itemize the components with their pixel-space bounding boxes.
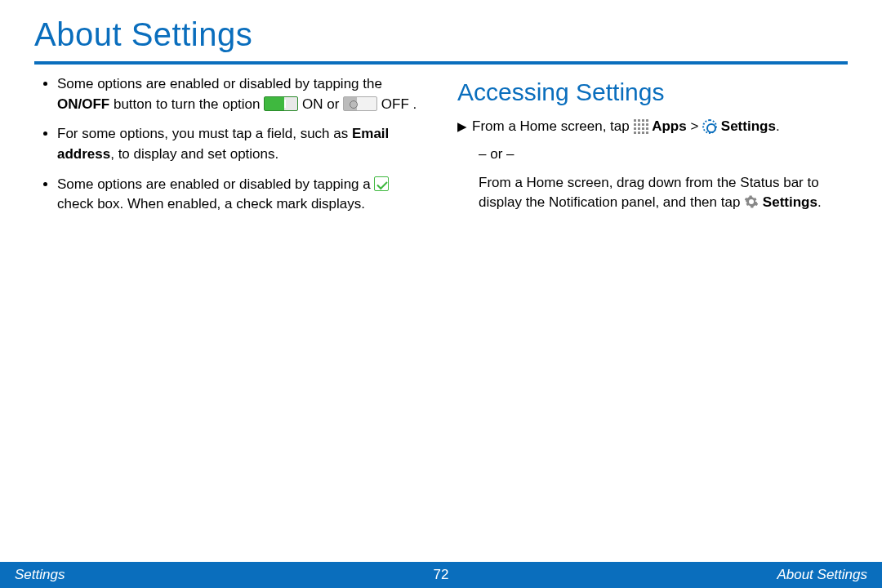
settings-circle-icon [702, 119, 717, 134]
text: button to turn the option [109, 96, 264, 112]
page-title: About Settings [0, 0, 882, 58]
step-line: ▶From a Home screen, tap Apps > Settings… [457, 117, 848, 137]
text: . [776, 118, 780, 134]
toggle-off-icon [343, 96, 377, 111]
page-number: 72 [434, 567, 449, 583]
checkbox-icon [374, 176, 389, 191]
text: check box. When enabled, a check mark di… [57, 196, 365, 212]
footer-right: About Settings [777, 567, 867, 583]
apps-grid-icon [633, 118, 648, 133]
right-column: Accessing Settings ▶From a Home screen, … [457, 74, 848, 225]
title-divider [34, 61, 848, 65]
text: OFF . [377, 96, 416, 112]
text: Some options are enabled or disabled by … [57, 176, 374, 192]
text: > [687, 118, 702, 134]
toggle-on-icon [264, 96, 298, 111]
footer-left: Settings [15, 567, 65, 583]
list-item: For some options, you must tap a field, … [57, 124, 425, 164]
arrow-icon: ▶ [457, 118, 467, 136]
settings-label: Settings [763, 194, 817, 210]
bullet-list: Some options are enabled or disabled by … [34, 74, 425, 215]
left-column: Some options are enabled or disabled by … [34, 74, 425, 225]
or-separator: – or – [457, 145, 848, 165]
page: About Settings Some options are enabled … [0, 0, 882, 588]
text: From a Home screen, tap [472, 118, 633, 134]
apps-label: Apps [652, 118, 687, 134]
text: . [817, 194, 822, 210]
gear-icon [744, 194, 759, 209]
section-heading: Accessing Settings [457, 74, 848, 110]
text: For some options, you must tap a field, … [57, 126, 352, 141]
content-columns: Some options are enabled or disabled by … [0, 74, 882, 225]
text: Some options are enabled or disabled by … [57, 76, 382, 91]
settings-label: Settings [721, 118, 776, 134]
list-item: Some options are enabled or disabled by … [57, 74, 425, 114]
list-item: Some options are enabled or disabled by … [57, 175, 425, 215]
text: ON or [298, 96, 343, 112]
step-alt: From a Home screen, drag down from the S… [457, 173, 848, 213]
onoff-label: ON/OFF [57, 96, 109, 112]
page-footer: Settings 72 About Settings [0, 562, 882, 588]
text: , to display and set options. [110, 146, 278, 162]
